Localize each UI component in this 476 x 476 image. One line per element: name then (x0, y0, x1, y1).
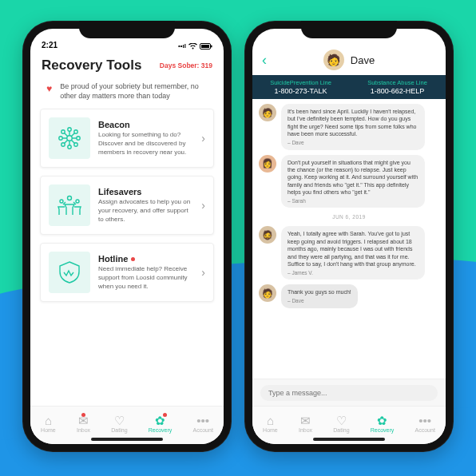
message-row: 🧑 Thank you guys so much! – Dave (259, 284, 439, 307)
svg-line-16 (65, 133, 68, 137)
chat-body[interactable]: 🧑 It's been hard since April. Luckily I … (252, 99, 446, 379)
tab-dating[interactable]: ♡ Dating (111, 415, 127, 433)
message-bubble: Don't put yourself in situations that mi… (281, 155, 425, 208)
days-sober-badge: Days Sober: 319 (160, 61, 212, 69)
tab-label: Home (263, 427, 278, 433)
tab-account[interactable]: ••• Account (193, 415, 213, 433)
line-label: Substance Abuse Line (352, 79, 442, 86)
message-text: It's been hard since April. Luckily I ha… (288, 109, 416, 137)
tab-label: Home (41, 427, 56, 433)
notch (79, 21, 175, 38)
hotline-info-bar: SuicidePrevention Line 1-800-273-TALK Su… (252, 75, 446, 99)
date-separator: JUN 6, 2019 (259, 212, 439, 221)
avatar: 🧔 (259, 226, 276, 244)
message-bubble: Thank you guys so much! – Dave (281, 284, 358, 307)
back-button[interactable]: ‹ (262, 52, 267, 69)
notification-dot-icon (163, 413, 167, 417)
svg-point-3 (67, 136, 72, 141)
page-title: Recovery Tools (42, 58, 141, 73)
heart-outline-icon: ♡ (114, 415, 125, 426)
svg-point-20 (68, 196, 72, 200)
wifi-icon (188, 43, 197, 50)
home-indicator (313, 438, 385, 441)
more-icon: ••• (418, 415, 431, 426)
tab-label: Dating (333, 427, 349, 433)
notification-dot-icon (131, 257, 135, 261)
status-indicators: ••ıl (178, 42, 212, 50)
battery-icon (200, 43, 212, 50)
svg-rect-2 (211, 45, 212, 47)
message-text: Yeah, I totally agree with Sarah. You've… (288, 231, 416, 267)
tab-label: Inbox (77, 427, 90, 433)
svg-point-5 (68, 145, 71, 149)
message-author: – Dave (288, 140, 418, 147)
signal-icon: ••ıl (178, 42, 186, 50)
tab-recovery[interactable]: ✿ Recovery (371, 415, 395, 433)
svg-rect-1 (201, 45, 209, 48)
svg-line-19 (65, 141, 68, 144)
card-hotline[interactable]: Hotline Need immediate help? Receive sup… (40, 243, 214, 302)
hotline-icon (49, 252, 90, 293)
card-body: Lifesavers Assign advocates to help you … (98, 187, 192, 224)
line-number: 1-800-662-HELP (371, 87, 425, 95)
beacon-icon (49, 117, 90, 159)
svg-point-7 (77, 137, 80, 140)
tab-inbox[interactable]: ✉ Inbox (299, 415, 312, 433)
message-text: Don't put yourself in situations that mi… (288, 160, 418, 196)
chevron-right-icon: › (200, 199, 207, 212)
avatar: 🧑 (323, 50, 344, 70)
tab-label: Account (415, 427, 435, 433)
tab-home[interactable]: ⌂ Home (263, 415, 278, 433)
line-label: SuicidePrevention Line (256, 79, 346, 86)
tab-account[interactable]: ••• Account (415, 415, 435, 433)
chevron-right-icon: › (200, 132, 207, 145)
composer (252, 379, 446, 406)
heart-outline-icon: ♡ (336, 415, 347, 426)
lifesavers-icon (49, 184, 90, 226)
svg-point-4 (68, 128, 71, 131)
inbox-icon: ✉ (300, 415, 311, 426)
message-author: – James V. (288, 270, 418, 277)
card-title: Beacon (98, 120, 130, 129)
banner-text: Be proud of your sobriety but remember, … (60, 81, 209, 101)
message-row: 🧔 Yeah, I totally agree with Sarah. You'… (259, 226, 439, 280)
screen-chat: ‹ 🧑 Dave SuicidePrevention Line 1-800-27… (252, 29, 446, 444)
suicide-prevention-line[interactable]: SuicidePrevention Line 1-800-273-TALK (252, 75, 349, 99)
header: Recovery Tools Days Sober: 319 (30, 51, 224, 78)
home-icon: ⌂ (267, 415, 274, 426)
banner: ♥ Be proud of your sobriety but remember… (30, 78, 224, 109)
substance-abuse-line[interactable]: Substance Abuse Line 1-800-662-HELP (349, 75, 446, 99)
phone-left: 2:21 ••ıl Recovery Tools Days Sober: 319… (22, 21, 232, 452)
tab-dating[interactable]: ♡ Dating (333, 415, 349, 433)
chat-title: Dave (351, 54, 375, 66)
tab-label: Recovery (149, 427, 173, 433)
tab-label: Recovery (371, 427, 395, 433)
svg-point-21 (60, 200, 63, 203)
chat-header: ‹ 🧑 Dave (252, 48, 446, 75)
recovery-icon: ✿ (377, 415, 387, 426)
message-text: Thank you guys so much! (288, 289, 351, 295)
tab-label: Account (193, 427, 213, 433)
tab-inbox[interactable]: ✉ Inbox (77, 415, 90, 433)
message-author: – Sarah (288, 198, 418, 205)
more-icon: ••• (196, 415, 209, 426)
avatar: 🧑 (259, 104, 276, 121)
avatar: 👩 (259, 155, 276, 173)
tab-label: Inbox (299, 427, 312, 433)
card-beacon[interactable]: Beacon Looking for something to do? Disc… (40, 109, 214, 168)
tab-recovery[interactable]: ✿ Recovery (149, 415, 173, 433)
card-desc: Assign advocates to help you on your rec… (98, 198, 192, 224)
card-desc: Looking for something to do? Discover an… (98, 131, 192, 157)
tool-list: Beacon Looking for something to do? Disc… (30, 109, 224, 406)
message-bubble: It's been hard since April. Luckily I ha… (281, 104, 425, 150)
card-title: Hotline (98, 254, 128, 264)
avatar: 🧑 (259, 284, 276, 302)
status-time: 2:21 (42, 41, 58, 50)
tab-home[interactable]: ⌂ Home (41, 415, 56, 433)
svg-line-17 (72, 141, 75, 144)
phone-right: ‹ 🧑 Dave SuicidePrevention Line 1-800-27… (244, 21, 454, 452)
svg-point-6 (59, 137, 62, 140)
heart-icon: ♥ (46, 82, 52, 95)
message-input[interactable] (260, 385, 438, 401)
card-lifesavers[interactable]: Lifesavers Assign advocates to help you … (40, 176, 214, 235)
